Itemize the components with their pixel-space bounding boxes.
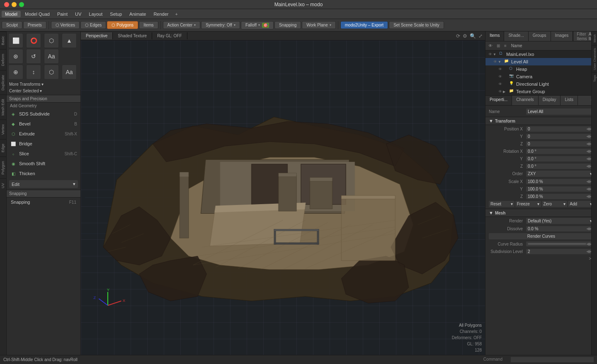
- rotation-y-value[interactable]: 0.0 ° ◀▶: [526, 156, 594, 162]
- reset-btn[interactable]: Reset ▾: [489, 201, 514, 207]
- item-texture-group[interactable]: 👁 ▶ 📁 Texture Group: [485, 88, 597, 95]
- edit-dropdown[interactable]: Edit ▾: [9, 180, 78, 188]
- eye-dir-light[interactable]: 👁: [497, 81, 503, 87]
- subdivision-value[interactable]: 2 ◀▶: [526, 249, 594, 254]
- vp-tab-perspective[interactable]: Perspective: [81, 32, 113, 39]
- tool-extrude[interactable]: ⬡ Extrude Shift-X: [7, 129, 80, 139]
- expand-tex-group[interactable]: ▶: [503, 90, 508, 94]
- grid-icon[interactable]: ⊞: [495, 43, 501, 48]
- snapping-name[interactable]: Snapping: [11, 200, 30, 205]
- vp-settings-icon[interactable]: ⚙: [463, 33, 467, 39]
- items-tab-images[interactable]: Images: [551, 31, 573, 41]
- left-tab-polygon[interactable]: Polygon: [0, 157, 7, 179]
- eye-camera[interactable]: 👁: [497, 74, 503, 80]
- vertices-button[interactable]: ⬡ Vertices: [51, 21, 80, 29]
- vp-sync-icon[interactable]: ⟳: [456, 33, 460, 39]
- snaps-precision-header[interactable]: Snaps and Precision: [7, 95, 80, 103]
- left-tab-duplicate[interactable]: Duplicate: [0, 70, 7, 95]
- prop-transform-header[interactable]: ▼ Transform: [485, 117, 597, 125]
- rotation-z-value[interactable]: 0.0 ° ◀▶: [526, 164, 594, 169]
- command-input[interactable]: [511, 357, 594, 362]
- falloff-button[interactable]: Falloff ▾ 🎯: [241, 21, 274, 29]
- scale-x-value[interactable]: 100.0 % ◀▶: [526, 179, 594, 184]
- tool-icon-9[interactable]: ⊕: [8, 65, 23, 80]
- tool-slice[interactable]: ⬦ Slice Shift-C: [7, 149, 80, 159]
- tool-icon-2[interactable]: ⭕: [26, 33, 41, 48]
- edges-button[interactable]: ⬡ Edges: [80, 21, 106, 29]
- menu-model-quad[interactable]: Model Quad: [22, 11, 53, 17]
- curve-radius-value[interactable]: ◀▶: [526, 241, 594, 246]
- prop-name-field[interactable]: [526, 108, 594, 115]
- symmetry-button[interactable]: Symmetry: Off ▾: [201, 21, 240, 29]
- expand-level-all[interactable]: ▼: [498, 60, 503, 64]
- vp-expand-icon[interactable]: ⤢: [478, 33, 483, 39]
- vp-zoom-icon[interactable]: 🔍: [470, 33, 476, 39]
- more-transforms-btn[interactable]: More Transforms ▾: [9, 82, 44, 87]
- freeze-btn[interactable]: Freeze ▾: [515, 201, 541, 207]
- item-level-all[interactable]: 👁 ▼ 📁 Level All: [485, 58, 597, 65]
- tool-icon-5[interactable]: ⊛: [8, 49, 23, 64]
- item-camera[interactable]: 👁 📷 Camera: [485, 73, 597, 80]
- eye-heap[interactable]: 👁: [497, 66, 503, 72]
- tool-bridge[interactable]: ⬜ Bridge: [7, 139, 80, 149]
- left-tab-basic[interactable]: Basic: [0, 31, 7, 49]
- zero-btn[interactable]: Zero ▾: [542, 201, 568, 207]
- order-dropdown[interactable]: ZXY ▾: [526, 171, 594, 177]
- tool-icon-7[interactable]: Aa: [44, 49, 59, 64]
- tool-icon-3[interactable]: ⬡: [44, 33, 59, 48]
- left-tab-edge[interactable]: Edge: [0, 139, 7, 157]
- tool-icon-11[interactable]: ⬡: [44, 65, 59, 80]
- viewport[interactable]: Perspective Shaded Texture Ray GL: OFF ⟳…: [81, 31, 485, 355]
- vp-tab-raygl[interactable]: Ray GL: OFF: [152, 32, 187, 39]
- rp-tab-user-channels[interactable]: User Channels: [592, 45, 597, 72]
- presets-button[interactable]: Presets: [23, 21, 46, 29]
- add-geometry-header[interactable]: Add Geometry: [7, 103, 80, 109]
- scale-z-value[interactable]: 100.0 % ◀▶: [526, 194, 594, 199]
- list-icon[interactable]: ≡: [503, 43, 508, 48]
- eye-icon[interactable]: 👁: [487, 43, 494, 48]
- left-tab-vertex[interactable]: Vertex: [0, 120, 7, 139]
- set-scene-scale-button[interactable]: Set Scene Scale to Unity: [389, 21, 444, 29]
- work-plane-button[interactable]: Work Plane ▾: [302, 21, 336, 29]
- tool-icon-4[interactable]: ▲: [62, 33, 77, 48]
- rp-tab-mesh[interactable]: Mesh: [592, 31, 597, 45]
- menu-model[interactable]: Model: [2, 11, 21, 17]
- rp-tab-tags[interactable]: Tags: [592, 72, 597, 84]
- eye-tex-group[interactable]: 👁: [497, 89, 503, 94]
- tool-icon-12[interactable]: Aa: [62, 65, 77, 80]
- left-tab-deform[interactable]: Deform: [0, 49, 7, 70]
- modo2unity-button[interactable]: modo2Unity – Export: [340, 21, 388, 29]
- dissolve-value[interactable]: 0.0 % ◀▶: [526, 226, 594, 231]
- render-curves-btn[interactable]: Render Curves: [489, 233, 594, 239]
- minimize-button[interactable]: [12, 2, 17, 7]
- tool-sds-subdivide[interactable]: ◈ SDS Subdivide D: [7, 109, 80, 119]
- vp-tab-shaded-texture[interactable]: Shaded Texture: [113, 32, 152, 39]
- tool-icon-6[interactable]: ↺: [26, 49, 41, 64]
- tool-bevel[interactable]: ◆ Bevel B: [7, 119, 80, 129]
- add-btn[interactable]: Add ▾: [568, 201, 594, 207]
- tool-thicken[interactable]: ◧ Thicken: [7, 169, 80, 178]
- position-y-value[interactable]: 0 ◀▶: [526, 134, 594, 139]
- tool-icon-1[interactable]: ⬜: [8, 33, 23, 48]
- tool-icon-10[interactable]: ↕: [26, 65, 41, 80]
- prop-tab-channels[interactable]: Channels: [512, 96, 538, 105]
- position-z-value[interactable]: 0 ◀▶: [526, 141, 594, 147]
- eye-level-all[interactable]: 👁: [492, 59, 498, 65]
- polygons-button[interactable]: ⬡ Polygons: [107, 21, 138, 29]
- prop-tab-lists[interactable]: Lists: [561, 96, 578, 105]
- menu-animate[interactable]: Animate: [126, 11, 149, 17]
- menu-add[interactable]: +: [172, 11, 180, 17]
- menu-render[interactable]: Render: [150, 11, 172, 17]
- center-selected-btn[interactable]: Center Selected ▾: [9, 89, 42, 93]
- items-button[interactable]: Items: [139, 21, 158, 29]
- prop-mesh-header[interactable]: ▼ Mesh: [485, 209, 597, 217]
- item-mainlevel[interactable]: 👁 ▼ 🗋 MainLevel.lxo: [485, 51, 597, 58]
- snapping-button[interactable]: Snapping: [274, 21, 301, 29]
- tool-smooth-shift[interactable]: ◉ Smooth Shift: [7, 159, 80, 169]
- left-tab-mesh-edit[interactable]: Mesh Edit: [0, 94, 7, 120]
- menu-uv[interactable]: UV: [72, 11, 85, 17]
- item-heap[interactable]: 👁 ⬡ Heap: [485, 65, 597, 73]
- items-tab-items[interactable]: Items: [485, 31, 504, 41]
- items-tab-groups[interactable]: Groups: [529, 31, 551, 41]
- prop-tab-display[interactable]: Display: [539, 96, 561, 105]
